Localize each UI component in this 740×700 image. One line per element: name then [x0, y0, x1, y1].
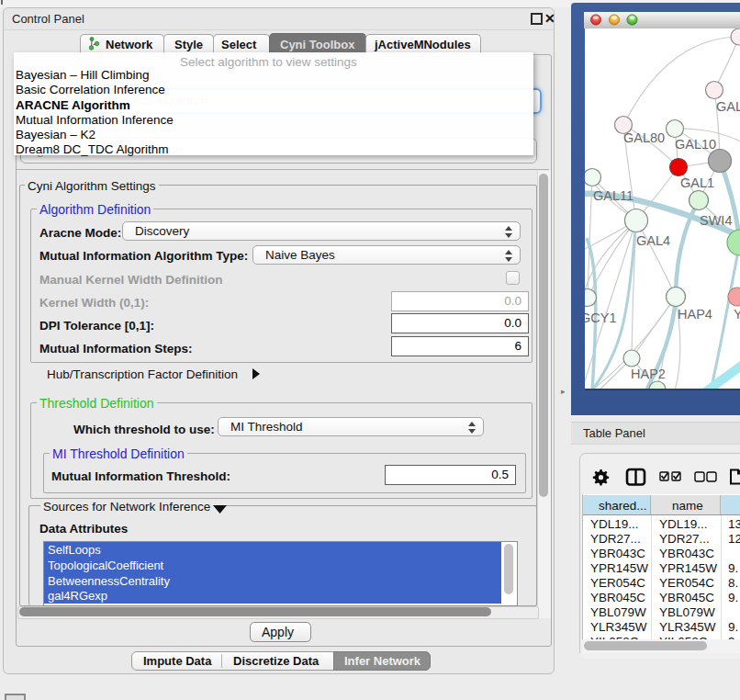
svg-text:HAP2: HAP2 [631, 367, 666, 381]
svg-text:GAL10: GAL10 [675, 137, 716, 152]
svg-text:GAL1: GAL1 [680, 175, 714, 190]
svg-text:GCY1: GCY1 [585, 310, 617, 325]
svg-text:GAL: GAL [716, 99, 740, 114]
svg-text:Y: Y [734, 307, 740, 322]
svg-text:GAL11: GAL11 [593, 188, 633, 203]
svg-text:GAL80: GAL80 [623, 130, 665, 145]
svg-text:SWI4: SWI4 [700, 213, 732, 228]
svg-text:HAP4: HAP4 [678, 307, 712, 322]
svg-text:GAL4: GAL4 [636, 233, 670, 248]
